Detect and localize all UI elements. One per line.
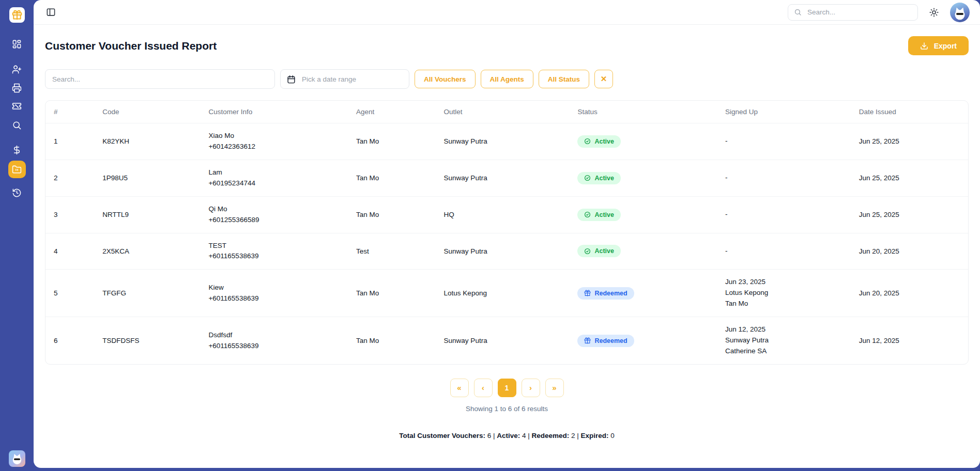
cell-agent: Tan Mo (350, 160, 438, 196)
cell-signed-up: - (719, 233, 853, 270)
page-content: Customer Voucher Issued Report Export Al… (34, 25, 980, 439)
sidebar-item-reports[interactable] (8, 161, 26, 178)
cell-customer-info: TEST+601165538639 (202, 233, 350, 270)
sidebar-toggle-button[interactable] (44, 5, 58, 19)
table-search-input[interactable] (45, 69, 275, 89)
totals-value: 4 | (520, 432, 531, 439)
status-label: Redeemed (594, 290, 627, 297)
cell-code: NRTTL9 (96, 196, 202, 233)
cell-agent: Tan Mo (350, 317, 438, 364)
cell-index: 6 (45, 317, 96, 364)
table-row: 21P98U5Lam+60195234744Tan MoSunway Putra… (45, 160, 968, 196)
sun-icon (929, 8, 939, 17)
status-badge: Active (577, 172, 621, 184)
signed-up-line: Lotus Kepong (725, 288, 847, 299)
cell-outlet: Sunway Putra (438, 317, 572, 364)
customer-name: Kiew (208, 282, 344, 293)
check-circle-icon (584, 138, 591, 145)
cell-agent: Tan Mo (350, 123, 438, 160)
sidebar-item-finance[interactable] (8, 141, 26, 159)
main-panel: Customer Voucher Issued Report Export Al… (34, 0, 980, 468)
sidebar (0, 0, 34, 471)
sidebar-user-avatar[interactable] (9, 450, 25, 467)
cell-outlet: Sunway Putra (438, 233, 572, 270)
search-icon (794, 8, 802, 16)
status-badge: Active (577, 245, 621, 257)
signed-up-line: - (725, 246, 847, 257)
cell-customer-info: Lam+60195234744 (202, 160, 350, 196)
cell-signed-up: - (719, 160, 853, 196)
column-header: Outlet (438, 101, 572, 123)
pagination-last-button[interactable]: » (545, 379, 564, 397)
signed-up-line: - (725, 172, 847, 183)
column-header: Agent (350, 101, 438, 123)
dollar-icon (12, 145, 22, 155)
totals-value: 6 | (485, 432, 497, 439)
gift-icon (584, 337, 591, 344)
date-range-picker[interactable] (280, 69, 409, 89)
user-plus-icon (12, 65, 22, 74)
folder-icon (12, 165, 22, 175)
theme-toggle-button[interactable] (927, 6, 941, 19)
cell-code: TFGFG (96, 270, 202, 317)
filter-all-status-button[interactable]: All Status (539, 70, 589, 88)
customer-name: Qi Mo (208, 204, 344, 215)
sidebar-item-dashboard[interactable] (8, 35, 26, 53)
results-summary: Showing 1 to 6 of 6 results (45, 405, 969, 413)
table-row: 1K82YKHXiao Mo+60142363612Tan MoSunway P… (45, 123, 968, 160)
export-button[interactable]: Export (908, 36, 969, 55)
customer-phone: +60195234744 (208, 178, 344, 189)
cell-index: 5 (45, 270, 96, 317)
status-badge: Redeemed (577, 287, 634, 300)
totals-summary: Total Customer Vouchers: 6 | Active: 4 |… (45, 432, 969, 439)
status-label: Redeemed (594, 337, 627, 344)
clear-filters-button[interactable]: ✕ (594, 70, 613, 88)
pagination-next-button[interactable]: › (522, 379, 540, 397)
status-badge: Active (577, 209, 621, 221)
pagination: « ‹ 1 › » (45, 379, 969, 397)
signed-up-line: Jun 23, 2025 (725, 277, 847, 288)
page-title: Customer Voucher Issued Report (45, 40, 217, 52)
cell-date-issued: Jun 25, 2025 (853, 160, 968, 196)
status-badge: Redeemed (577, 335, 634, 347)
voucher-percent-icon (12, 101, 22, 111)
column-header: Code (96, 101, 202, 123)
printer-icon (12, 83, 22, 93)
dashboard-icon (12, 39, 22, 49)
pagination-prev-button[interactable]: ‹ (474, 379, 493, 397)
history-icon (12, 188, 22, 198)
pagination-first-button[interactable]: « (450, 379, 469, 397)
date-range-input[interactable] (301, 75, 403, 84)
check-circle-icon (584, 211, 591, 218)
app-window: Customer Voucher Issued Report Export Al… (0, 0, 980, 471)
cat-avatar (950, 3, 970, 22)
sidebar-item-vouchers[interactable] (8, 97, 26, 115)
cell-status: Active (571, 196, 719, 233)
filter-all-agents-button[interactable]: All Agents (481, 70, 533, 88)
table-row: 6TSDFDSFSDsdfsdf+601165538639Tan MoSunwa… (45, 317, 968, 364)
cell-date-issued: Jun 25, 2025 (853, 196, 968, 233)
totals-label: Redeemed: (532, 432, 570, 439)
cell-code: K82YKH (96, 123, 202, 160)
gift-icon (12, 10, 22, 20)
customer-phone: +601165538639 (208, 293, 344, 304)
sidebar-item-history[interactable] (8, 184, 26, 201)
signed-up-line: Tan Mo (725, 299, 847, 309)
sidebar-item-print[interactable] (8, 79, 26, 97)
column-header: Signed Up (719, 101, 853, 123)
sidebar-item-search[interactable] (8, 116, 26, 134)
gift-icon (584, 290, 591, 296)
cell-signed-up: - (719, 123, 853, 160)
cell-status: Active (571, 123, 719, 160)
global-search (788, 4, 918, 21)
global-search-input[interactable] (806, 8, 912, 17)
app-logo[interactable] (9, 7, 25, 23)
filter-all-vouchers-button[interactable]: All Vouchers (415, 70, 476, 88)
sidebar-item-agents[interactable] (8, 60, 26, 78)
customer-name: Xiao Mo (208, 131, 344, 142)
pagination-page-1-button[interactable]: 1 (498, 379, 516, 397)
status-badge: Active (577, 135, 621, 148)
cell-code: TSDFDSFS (96, 317, 202, 364)
cell-customer-info: Dsdfsdf+601165538639 (202, 317, 350, 364)
user-avatar[interactable] (950, 3, 970, 22)
